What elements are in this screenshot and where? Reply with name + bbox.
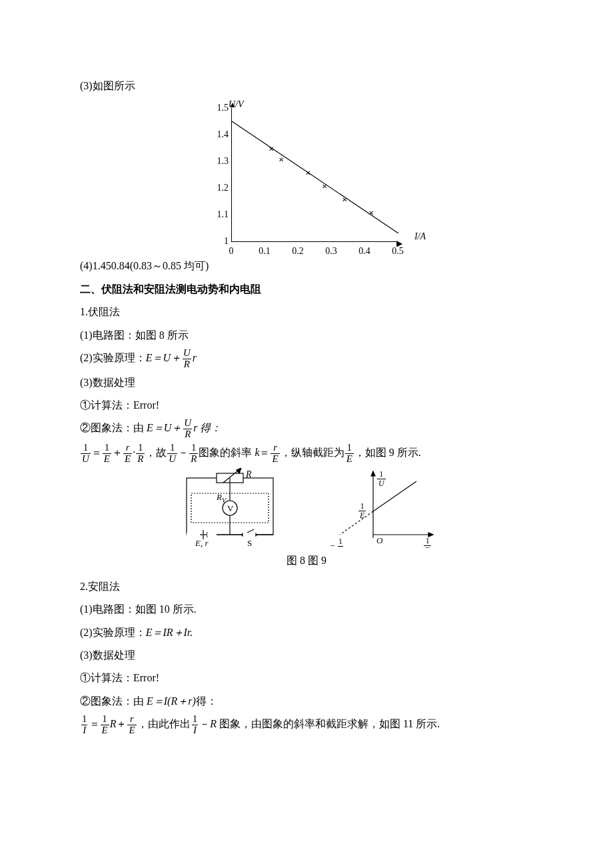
svg-rect-10 (187, 533, 200, 537)
svg-text:O: O (376, 535, 383, 545)
p3-label: (3)如图所示 (80, 76, 533, 96)
svg-text:RV: RV (216, 492, 227, 504)
ytick: 1.4 (217, 126, 229, 144)
svg-marker-4 (237, 468, 241, 473)
svg-text:S: S (247, 538, 252, 548)
circuit-fig8: R RV V E, r S (177, 468, 283, 548)
data-point (279, 159, 285, 164)
xtick: 0 (229, 243, 234, 261)
x-axis-label: I/A (414, 228, 426, 246)
svg-marker-27 (371, 471, 375, 476)
plot-area (231, 108, 398, 242)
xtick: 0.4 (358, 243, 370, 261)
caption-8-9: 图 8 图 9 (80, 551, 533, 571)
m2-circuit-ref: (1)电路图：如图 10 所示. (80, 599, 533, 619)
m1-data-processing: (3)数据处理 (80, 373, 533, 393)
m1-circuit-ref: (1)电路图：如图 8 所示 (80, 325, 533, 345)
chart-container: U/V I/A 1.5 1.4 1.3 1.2 1.1 1 0 0.1 0.2 … (80, 99, 533, 252)
m2-principle: (2)实验原理：E＝IR＋Ir. (80, 623, 533, 643)
m1-graph-method: ②图象法：由 E＝U＋URr 得： (80, 418, 533, 440)
svg-rect-11 (207, 533, 217, 537)
ytick: 1.3 (217, 153, 229, 171)
svg-text:R: R (245, 469, 252, 479)
m1-equation-line: 1U＝1E＋rE·1R，故1U－1R图象的斜率 k＝rE，纵轴截距为1E，如图 … (80, 443, 533, 465)
data-point (269, 148, 275, 153)
xtick: 0.1 (259, 243, 271, 261)
data-point (369, 212, 374, 217)
xtick: 0.2 (292, 243, 304, 261)
ytick: 1.2 (217, 179, 229, 197)
svg-rect-15 (243, 533, 255, 537)
xtick: 0.3 (325, 243, 337, 261)
data-point (306, 172, 311, 177)
svg-text:V: V (227, 503, 234, 513)
m1-principle: (2)实验原理：E＝U＋URr (80, 348, 533, 370)
fit-line (232, 108, 398, 241)
method-2-title: 2.安阻法 (80, 577, 533, 597)
m2-graph-method: ②图象法：由 E＝I(R＋r)得： (80, 691, 533, 711)
p4: (4)1.450.84(0.83～0.85 均可) (80, 256, 533, 276)
ytick: 1 (224, 233, 229, 251)
p4-prefix: (4) (80, 260, 93, 271)
section-2-title: 二、伏阻法和安阻法测电动势和内电阻 (80, 279, 533, 299)
data-point (322, 185, 328, 191)
m2-calc: ①计算法：Error! (80, 668, 533, 688)
m1-calc: ①计算法：Error! (80, 395, 533, 415)
svg-text:E, r: E, r (195, 538, 209, 548)
ytick: 1.1 (217, 206, 229, 224)
ytick: 1.5 (217, 99, 229, 117)
p4-value: 1.450.84(0.83～0.85 均可) (93, 260, 209, 271)
m2-data-processing: (3)数据处理 (80, 645, 533, 665)
chart-uv-ia: U/V I/A 1.5 1.4 1.3 1.2 1.1 1 0 0.1 0.2 … (203, 99, 410, 252)
m2-equation-line: 1I＝1ER＋rE，由此作出1I－R 图象，由图象的斜率和截距求解，如图 11 … (80, 714, 533, 736)
data-point (342, 199, 348, 204)
method-1-title: 1.伏阻法 (80, 302, 533, 322)
figures-8-9: R RV V E, r S 1U 1E 1R (80, 468, 533, 548)
graph-fig9: 1U 1E 1R －1r O (316, 468, 436, 548)
